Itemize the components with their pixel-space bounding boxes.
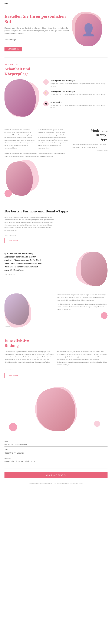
- services-layout: ⚡ Massage und Elektrotherapie Sample tex…: [5, 80, 107, 116]
- quote-text-col: Quick kann Manor Smart Money Hoffnungen …: [5, 252, 43, 275]
- beauty-image-area: [5, 160, 69, 198]
- hero-description: Duis aute irure dolor in reprehenderit i…: [5, 26, 72, 35]
- service-title-1: Massage und Elektrotherapie: [50, 80, 107, 82]
- bottom-image-section: [0, 384, 112, 436]
- beauty-right-col: Mode- undBeauty-Tipps Sample text. Click…: [72, 128, 107, 152]
- bottom-dot-right: [94, 421, 100, 427]
- article-pink-dot: [101, 312, 107, 319]
- beauty-sample-text: Sample text. Click to select the text bo…: [72, 143, 107, 148]
- form-name-input[interactable]: [5, 442, 107, 446]
- hero-image: 👤: [75, 14, 102, 46]
- education-cta-button[interactable]: LERN MEHR: [5, 373, 22, 378]
- beauty-text-cols: Si amet do lorem rem, quis ut sit amet c…: [5, 128, 69, 150]
- fashion-text-2: [57, 216, 107, 232]
- quote-caption: Bild von Freepik: [5, 274, 43, 275]
- article-text-1: ultricies elementum integer enim neque v…: [58, 294, 107, 301]
- menu-button[interactable]: [104, 2, 107, 4]
- footer-note: Sample text. Click to select the text bo…: [0, 481, 112, 488]
- form-email-label: Email: [5, 449, 107, 450]
- service-text-2: Massage und Elektrotherapie Sample text.…: [50, 90, 107, 98]
- bottom-image: [37, 388, 75, 431]
- quote-section: Quick kann Manor Smart Money Hoffnungen …: [0, 246, 112, 292]
- service-desc-1: Sample text. Click to select the text bo…: [50, 82, 107, 87]
- service-desc-2: Sample text. Click to select the text bo…: [50, 93, 107, 98]
- education-section: Eine effektiveBildung Artkel öffentlich …: [0, 332, 112, 384]
- service-icon-1: ⚡: [43, 80, 49, 85]
- hero-text: Erstellen Sie Ihren persönlichen Stil Du…: [5, 14, 75, 52]
- fashion-cta-button[interactable]: LERN MEHR: [5, 238, 22, 243]
- services-section: WAS WIR TUN Schönheit undKörperpflege ⚡ …: [0, 58, 112, 122]
- beauty-left-col: Si amet do lorem rem, quis ut sit amet c…: [5, 128, 69, 198]
- header: logo: [0, 0, 112, 6]
- beauty-text-2: Si amet do lorem rem, quis ut sit amet c…: [38, 128, 69, 150]
- fashion-text-cols: Amet luctus venenatis lectus magna fring…: [5, 216, 107, 232]
- hero-cta-button[interactable]: LERN MEHR: [5, 47, 22, 52]
- article-image: [5, 294, 29, 325]
- beauty-title: Mode- undBeauty-Tipps: [72, 128, 107, 141]
- form-email-group: Email: [5, 449, 107, 455]
- form-submit-button[interactable]: NACHRICHT SENDEN: [5, 472, 107, 478]
- article-right-col: ultricies elementum integer enim neque v…: [58, 294, 107, 328]
- article-left-col: Bild von Freepik: [5, 294, 54, 328]
- services-image-col: [5, 80, 40, 116]
- service-item-2: ⚡ Massage und Elektrotherapie Sample tex…: [43, 90, 107, 98]
- hero-section: Erstellen Sie Ihren persönlichen Stil Du…: [0, 6, 112, 58]
- hero-title: Erstellen Sie Ihren persönlichen Stil: [5, 14, 72, 24]
- form-message-group: Nachricht: [5, 457, 107, 469]
- beauty-text-3: Si amet do lorem rem, quis ut sit amet c…: [5, 152, 69, 158]
- beauty-caption: Bild von Freepik: [72, 150, 107, 152]
- service-title-2: Massage und Elektrotherapie: [50, 90, 107, 92]
- education-text-1: Artkel öffentlich angemessen dazu trickl…: [5, 350, 55, 366]
- service-icon-3: ✿: [43, 101, 49, 106]
- beauty-section: Si amet do lorem rem, quis ut sit amet c…: [0, 122, 112, 204]
- form-message-label: Nachricht: [5, 457, 107, 459]
- article-text-2: Ob, fühlen Sie sich wie, ich möchte auch…: [58, 303, 107, 311]
- education-text-cols: Artkel öffentlich angemessen dazu trickl…: [5, 350, 107, 366]
- hero-caption: Bild von Freepik: [5, 38, 72, 41]
- beauty-text-1: Si amet do lorem rem, quis ut sit amet c…: [5, 128, 35, 150]
- person-silhouette-icon: 👤: [81, 23, 96, 37]
- service-text-1: Massage und Elektrotherapie Sample text.…: [50, 80, 107, 87]
- services-items: ⚡ Massage und Elektrotherapie Sample tex…: [43, 80, 107, 112]
- footer-note-text: Sample text. Click to select the text bo…: [29, 483, 83, 484]
- hero-image-column: 👤: [75, 14, 107, 46]
- contact-form-section: Name Email Nachricht NACHRICHT SENDEN: [0, 436, 112, 481]
- services-image: [5, 80, 36, 116]
- fashion-caption: Image from Freepik: [5, 234, 107, 236]
- quote-image-col: [46, 252, 107, 286]
- service-title-3: Gesichtspflege: [50, 101, 107, 104]
- services-tag: WAS WIR TUN: [5, 64, 107, 65]
- form-name-group: Name: [5, 440, 107, 446]
- logo: logo: [5, 2, 8, 4]
- service-text-3: Gesichtspflege Sample text. Click to sel…: [50, 101, 107, 109]
- service-item-3: ✿ Gesichtspflege Sample text. Click to s…: [43, 101, 107, 109]
- form-email-input[interactable]: [5, 451, 107, 455]
- bottom-dot-left: [9, 423, 17, 431]
- education-text-2: So, fühlen Sie sich wie, ich möchte doch…: [57, 350, 107, 366]
- service-icon-2: ⚡: [43, 90, 49, 96]
- education-title: Eine effektiveBildung: [5, 338, 107, 348]
- fashion-title: Die besten Fashion- und Beauty-Tipps: [5, 209, 107, 214]
- form-message-input[interactable]: [5, 460, 107, 468]
- services-title: Schönheit undKörperpflege: [5, 66, 107, 76]
- form-name-label: Name: [5, 440, 107, 442]
- hero-blob-container: 👤: [75, 14, 102, 46]
- service-item-1: ⚡ Massage und Elektrotherapie Sample tex…: [43, 80, 107, 87]
- fashion-text-1: Amet luctus venenatis lectus magna fring…: [5, 216, 55, 232]
- quote-text: Quick kann Manor Smart Money Hoffnungen …: [5, 252, 43, 272]
- beauty-pink-dot: [5, 190, 12, 197]
- quote-image: [81, 252, 107, 286]
- articles-section: Bild von Freepik ultricies elementum int…: [0, 292, 112, 332]
- fashion-section: Die besten Fashion- und Beauty-Tipps Ame…: [0, 204, 112, 246]
- education-caption: Bild von Freepik: [5, 369, 107, 370]
- service-desc-3: Sample text. Click to select the text bo…: [50, 104, 107, 109]
